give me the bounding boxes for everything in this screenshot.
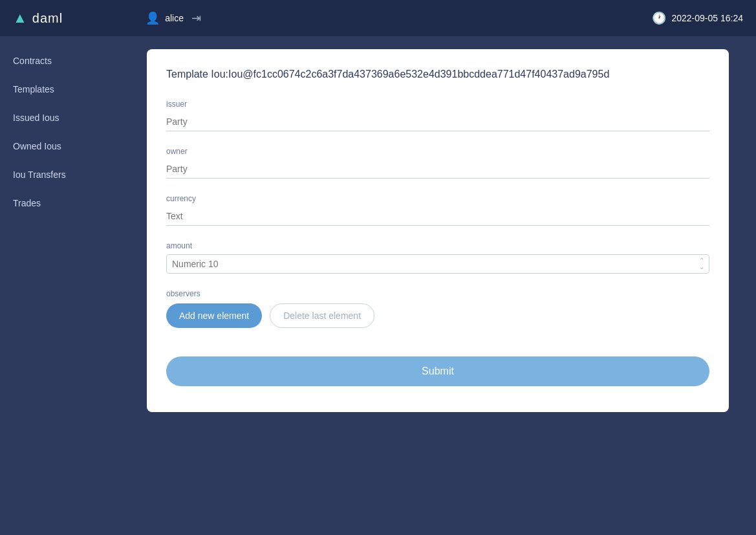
- amount-input[interactable]: [166, 254, 709, 274]
- issuer-input[interactable]: [166, 113, 709, 131]
- daml-logo-icon: ▲: [13, 10, 27, 27]
- issuer-field: issuer: [166, 100, 709, 131]
- amount-input-wrapper: [166, 254, 709, 274]
- header: ▲ daml 👤 alice ⇥ 🕐 2022-09-05 16:24: [0, 0, 756, 36]
- sidebar-item-contracts[interactable]: Contracts: [0, 47, 134, 75]
- user-icon: 👤: [146, 11, 160, 25]
- main-content: Template Iou:Iou@fc1cc0674c2c6a3f7da4373…: [134, 36, 756, 535]
- form-card: Template Iou:Iou@fc1cc0674c2c6a3f7da4373…: [147, 49, 729, 412]
- clock-icon: 🕐: [652, 11, 666, 25]
- delete-element-button[interactable]: Delete last element: [270, 303, 374, 328]
- sidebar-item-trades[interactable]: Trades: [0, 189, 134, 217]
- app-title: daml: [32, 11, 63, 26]
- header-right: 🕐 2022-09-05 16:24: [652, 11, 743, 25]
- form-title: Template Iou:Iou@fc1cc0674c2c6a3f7da4373…: [166, 69, 709, 80]
- currency-input[interactable]: [166, 207, 709, 226]
- header-user: 👤 alice ⇥: [146, 11, 201, 25]
- sidebar-item-owned-ious[interactable]: Owned Ious: [0, 132, 134, 160]
- add-element-button[interactable]: Add new element: [166, 303, 262, 328]
- sidebar-item-templates[interactable]: Templates: [0, 75, 134, 104]
- header-left: ▲ daml 👤 alice ⇥: [13, 10, 201, 27]
- amount-label: amount: [166, 241, 709, 250]
- owner-label: owner: [166, 147, 709, 156]
- timestamp: 2022-09-05 16:24: [671, 13, 743, 23]
- owner-input[interactable]: [166, 160, 709, 179]
- sidebar: Contracts Templates Issued Ious Owned Io…: [0, 36, 134, 535]
- owner-field: owner: [166, 147, 709, 179]
- observers-field: observers Add new element Delete last el…: [166, 289, 709, 328]
- currency-label: currency: [166, 194, 709, 203]
- sidebar-item-iou-transfers[interactable]: Iou Transfers: [0, 160, 134, 189]
- issuer-label: issuer: [166, 100, 709, 109]
- main-layout: Contracts Templates Issued Ious Owned Io…: [0, 36, 756, 535]
- observers-label: observers: [166, 289, 709, 298]
- currency-field: currency: [166, 194, 709, 226]
- logout-icon[interactable]: ⇥: [191, 11, 201, 25]
- submit-button[interactable]: Submit: [166, 356, 709, 386]
- sidebar-item-issued-ious[interactable]: Issued Ious: [0, 104, 134, 132]
- amount-field: amount: [166, 241, 709, 274]
- observers-buttons: Add new element Delete last element: [166, 303, 709, 328]
- username: alice: [165, 13, 184, 23]
